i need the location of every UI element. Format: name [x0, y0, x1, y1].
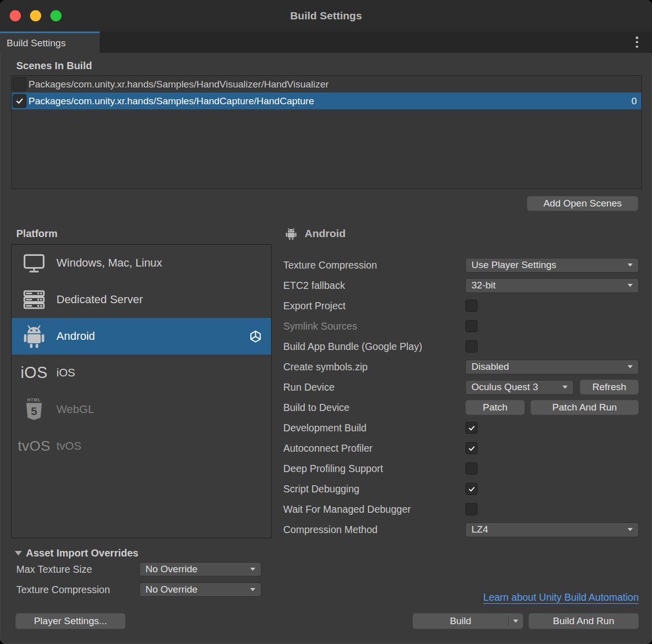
columns: Platform Windows, Mac, LinuxDedicated Se… [11, 227, 642, 540]
setting-dropdown-value: Disabled [471, 361, 624, 372]
dropdown-arrow-icon [250, 588, 255, 591]
settings-rows: Texture CompressionUse Player SettingsET… [283, 255, 642, 540]
setting-checkbox[interactable] [465, 320, 478, 332]
dropdown-arrow-icon [562, 386, 568, 389]
setting-row: Build to DevicePatchPatch And Run [283, 397, 642, 418]
build-automation-link[interactable]: Learn about Unity Build Automation [483, 592, 639, 604]
platform-item-dedicated-server[interactable]: Dedicated Server [12, 281, 271, 318]
setting-dropdown[interactable]: LZ4 [465, 522, 639, 537]
kebab-menu-icon[interactable] [634, 34, 640, 50]
scene-row[interactable]: Packages/com.unity.xr.hands/Samples/Hand… [12, 93, 641, 109]
setting-row: Run DeviceOculus Quest 3Refresh [283, 377, 642, 397]
setting-row: Wait For Managed Debugger [283, 499, 642, 519]
android-icon [12, 323, 56, 349]
setting-control [465, 300, 639, 312]
platform-column: Platform Windows, Mac, LinuxDedicated Se… [11, 227, 272, 540]
setting-row: Create symbols.zipDisabled [283, 357, 642, 377]
patch-button[interactable]: Patch [465, 400, 525, 415]
setting-control [465, 503, 639, 515]
build-and-run-button[interactable]: Build And Run [528, 613, 639, 629]
override-dropdown[interactable]: No Override [139, 562, 261, 576]
platform-item-windows-mac-linux[interactable]: Windows, Mac, Linux [12, 245, 271, 281]
platform-item-android[interactable]: Android [12, 318, 271, 355]
build-button[interactable]: Build [413, 613, 508, 629]
panel-title: Android [305, 227, 345, 240]
setting-control [465, 340, 639, 353]
setting-row: Texture CompressionUse Player Settings [283, 255, 642, 275]
patch-and-run-button[interactable]: Patch And Run [530, 400, 639, 415]
setting-control [465, 422, 639, 434]
setting-control: LZ4 [465, 522, 639, 537]
svg-text:5: 5 [31, 405, 37, 418]
setting-checkbox[interactable] [465, 422, 478, 434]
footer-buttons: Player Settings... Build Build And Run [11, 613, 642, 629]
setting-label: Deep Profiling Support [283, 463, 465, 475]
setting-checkbox[interactable] [465, 340, 478, 353]
setting-checkbox[interactable] [465, 442, 478, 454]
player-settings-button[interactable]: Player Settings... [15, 613, 126, 629]
window-title: Build Settings [0, 10, 652, 22]
setting-row: Compression MethodLZ4 [283, 519, 642, 540]
tvos-text-icon: tvOS [18, 438, 50, 454]
tab-build-settings[interactable]: Build Settings [0, 32, 100, 53]
platform-label: Dedicated Server [56, 293, 143, 306]
setting-checkbox[interactable] [465, 462, 478, 475]
minimize-window-button[interactable] [30, 10, 41, 21]
setting-row: Export Project [283, 296, 642, 316]
close-window-button[interactable] [10, 10, 21, 21]
setting-control [465, 442, 639, 454]
platform-item-ios[interactable]: iOSiOS [12, 355, 271, 391]
setting-label: Wait For Managed Debugger [283, 504, 465, 515]
refresh-button[interactable]: Refresh [580, 379, 639, 395]
setting-checkbox[interactable] [465, 503, 478, 515]
run-device-dropdown-value: Oculus Quest 3 [471, 382, 558, 393]
setting-checkbox[interactable] [465, 483, 478, 495]
asset-import-overrides-foldout[interactable]: Asset Import Overrides [11, 547, 642, 559]
setting-label: Symlink Sources [283, 320, 465, 332]
setting-row: Deep Profiling Support [283, 458, 642, 479]
android-icon [284, 227, 298, 241]
setting-row: Build App Bundle (Google Play) [283, 336, 642, 357]
setting-label: Development Build [283, 422, 465, 434]
setting-label: Export Project [283, 300, 465, 312]
setting-control: Disabled [465, 360, 639, 374]
setting-label: ETC2 fallback [283, 280, 465, 291]
dropdown-arrow-icon [628, 284, 633, 287]
traffic-lights [0, 10, 62, 21]
tab-strip: Build Settings [0, 32, 652, 53]
setting-dropdown[interactable]: 32-bit [465, 278, 639, 293]
ios-text-icon: iOS [20, 364, 47, 382]
setting-dropdown-value: LZ4 [471, 524, 624, 535]
platform-item-webgl[interactable]: HTML5WebGL [12, 391, 271, 428]
setting-dropdown-value: 32-bit [471, 280, 624, 291]
setting-row: Symlink Sources [283, 316, 642, 336]
scene-checkbox[interactable] [13, 94, 26, 108]
setting-row: ETC2 fallback32-bit [283, 275, 642, 296]
setting-label: Build App Bundle (Google Play) [283, 341, 465, 353]
setting-label: Create symbols.zip [283, 361, 465, 373]
setting-dropdown[interactable]: Use Player Settings [465, 258, 639, 273]
override-dropdown[interactable]: No Override [139, 582, 261, 597]
add-open-scenes-button[interactable]: Add Open Scenes [527, 196, 638, 211]
svg-text:HTML: HTML [27, 397, 41, 402]
setting-label: Compression Method [283, 524, 465, 536]
platform-label: tvOS [56, 440, 81, 453]
setting-dropdown[interactable]: Disabled [465, 360, 639, 374]
tab-label: Build Settings [7, 38, 66, 49]
setting-dropdown-value: Use Player Settings [471, 259, 624, 271]
add-open-scenes-row: Add Open Scenes [11, 196, 638, 211]
setting-control: Use Player Settings [465, 258, 639, 273]
setting-label: Run Device [283, 382, 465, 393]
panel-header: Android [283, 227, 642, 240]
setting-checkbox[interactable] [465, 300, 478, 312]
zoom-window-button[interactable] [50, 10, 62, 21]
platform-item-tvos[interactable]: tvOStvOS [12, 428, 271, 464]
build-split-button[interactable]: Build [412, 613, 523, 629]
run-device-dropdown[interactable]: Oculus Quest 3 [465, 380, 574, 395]
scene-checkbox[interactable] [13, 77, 26, 91]
build-dropdown-arrow-icon[interactable] [509, 613, 523, 629]
override-dropdown-value: No Override [145, 584, 246, 595]
bottom-section: Asset Import Overrides Max Texture SizeN… [11, 547, 642, 629]
scene-row[interactable]: Packages/com.unity.xr.hands/Samples/Hand… [12, 76, 641, 93]
override-dropdown-value: No Override [145, 564, 246, 575]
